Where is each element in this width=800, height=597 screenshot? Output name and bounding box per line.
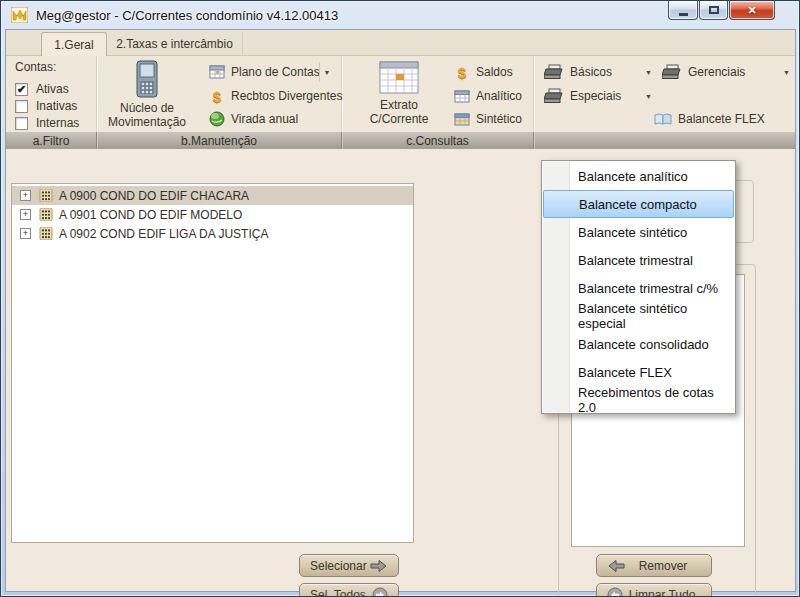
- window-controls: ✕: [667, 1, 775, 20]
- printer-icon: [544, 64, 564, 80]
- device-icon: [134, 60, 160, 98]
- expand-plus-icon[interactable]: +: [20, 190, 31, 201]
- menu-item-balancete-consolidado[interactable]: Balancete consolidado: [542, 330, 735, 358]
- saldos-label: Saldos: [476, 65, 513, 79]
- virada-anual-button[interactable]: Virada anual: [209, 109, 298, 129]
- tab-geral[interactable]: 1.Geral: [41, 32, 107, 56]
- dollar-icon: $: [454, 64, 470, 81]
- nucleo-movimentacao-button[interactable]: Núcleo de Movimentação: [105, 58, 189, 130]
- checkbox-icon[interactable]: [15, 100, 28, 113]
- chevron-down-icon: ▼: [645, 69, 652, 76]
- balancete-flex-button[interactable]: Balancete FLEX: [654, 109, 792, 129]
- tree-row[interactable]: + A 0901 COND DO EDIF MODELO: [12, 205, 413, 224]
- sel-todos-label: Sel. Todos: [310, 588, 366, 597]
- section-label-manutencao: b.Manutenção: [97, 132, 342, 149]
- chevron-down-icon: ▼: [783, 69, 790, 76]
- book-icon: [654, 112, 672, 126]
- expand-plus-icon[interactable]: +: [20, 209, 31, 220]
- plano-de-contas-dropdown-button[interactable]: ▼: [319, 62, 334, 82]
- nucleo-label-line1: Núcleo de: [108, 101, 186, 115]
- limpar-tudo-label: Limpar Tudo: [629, 588, 696, 597]
- checkbox-label: Inativas: [36, 99, 77, 113]
- tab-bar: 1.Geral 2.Taxas e intercâmbio: [6, 30, 795, 56]
- table-icon: [454, 90, 470, 103]
- tree-row[interactable]: + A 0900 COND DO EDIF CHACARA: [12, 186, 413, 205]
- nucleo-label-line2: Movimentação: [108, 115, 186, 129]
- chevron-down-icon: ▼: [324, 69, 331, 76]
- extrato-label-line1: Extrato: [370, 98, 429, 112]
- especiais-button[interactable]: Especiais ▼: [544, 86, 652, 106]
- remover-button[interactable]: Remover: [596, 554, 712, 577]
- gerenciais-button[interactable]: Gerenciais ▼: [662, 62, 790, 82]
- selecionar-label: Selecionar: [310, 559, 367, 573]
- saldos-button[interactable]: $ Saldos: [454, 62, 513, 82]
- tree-row[interactable]: + A 0902 COND EDIF LIGA DA JUSTIÇA: [12, 224, 413, 243]
- checkbox-ativas[interactable]: ✔ Ativas: [15, 81, 69, 97]
- sel-todos-button[interactable]: Sel. Todos: [299, 583, 399, 597]
- section-manutencao: Núcleo de Movimentação Plano de Contas: [97, 56, 342, 132]
- analitico-button[interactable]: Analítico: [454, 86, 522, 106]
- section-label-relatorios: [534, 132, 795, 149]
- checkbox-icon[interactable]: [15, 117, 28, 130]
- checkbox-internas[interactable]: Internas: [15, 115, 79, 131]
- section-relatorios: Básicos ▼ Gerenciais ▼: [534, 56, 797, 132]
- extrato-label-line2: C/Corrente: [370, 112, 429, 126]
- analitico-label: Analítico: [476, 89, 522, 103]
- globe-icon: [209, 111, 225, 127]
- checkbox-label: Internas: [36, 116, 79, 130]
- checkbox-inativas[interactable]: Inativas: [15, 98, 77, 114]
- expand-plus-icon[interactable]: +: [20, 228, 31, 239]
- condo-icon: [39, 227, 53, 240]
- chevron-down-icon: ▼: [645, 93, 652, 100]
- spreadsheet-icon: [379, 61, 419, 94]
- menu-item-balancete-trimestral-pct[interactable]: Balancete trimestral c/%: [542, 274, 735, 302]
- tree-item-label: A 0901 COND DO EDIF MODELO: [59, 208, 242, 222]
- menu-item-balancete-sintetico-especial[interactable]: Balancete sintético especial: [542, 302, 735, 330]
- arrow-right-icon: [370, 559, 388, 573]
- app-window: Meg@gestor - C/Correntes condomínio v4.1…: [0, 0, 800, 597]
- plano-de-contas-label: Plano de Contas: [231, 65, 320, 79]
- ribbon: Contas: ✔ Ativas Inativas Internas: [6, 56, 795, 132]
- dollar-icon: $: [209, 88, 225, 105]
- menu-item-balancete-compacto[interactable]: Balancete compacto: [543, 190, 734, 218]
- contas-label: Contas:: [15, 60, 56, 74]
- window-title: Meg@gestor - C/Correntes condomínio v4.1…: [36, 8, 338, 23]
- virada-anual-label: Virada anual: [231, 112, 298, 126]
- menu-item-recebimentos-cotas[interactable]: Recebimentos de cotas 2.0: [542, 386, 735, 414]
- condo-icon: [39, 208, 53, 221]
- arrow-left-icon: [607, 559, 625, 573]
- laser-dropdown-menu: Balancete analítico Balancete compacto B…: [541, 160, 736, 414]
- especiais-label: Especiais: [570, 89, 621, 103]
- basicos-label: Básicos: [570, 65, 612, 79]
- recbtos-divergentes-label: Recbtos Divergentes: [231, 89, 342, 103]
- basicos-button[interactable]: Básicos ▼: [544, 62, 652, 82]
- plano-de-contas-button[interactable]: Plano de Contas: [209, 62, 320, 82]
- accounts-tree[interactable]: + A 0900 COND DO EDIF CHACARA +: [11, 183, 414, 543]
- menu-item-balancete-sintetico[interactable]: Balancete sintético: [542, 218, 735, 246]
- tab-taxas-intercambio[interactable]: 2.Taxas e intercâmbio: [107, 32, 243, 56]
- condo-icon: [39, 189, 53, 202]
- extrato-ccorrente-button[interactable]: Extrato C/Corrente: [354, 58, 444, 130]
- menu-item-balancete-flex[interactable]: Balancete FLEX: [542, 358, 735, 386]
- section-filtro: Contas: ✔ Ativas Inativas Internas: [6, 56, 97, 132]
- remover-label: Remover: [639, 559, 688, 573]
- sintetico-button[interactable]: Sintético: [454, 109, 522, 129]
- limpar-tudo-button[interactable]: Limpar Tudo: [596, 583, 712, 597]
- balancete-flex-label: Balancete FLEX: [678, 112, 765, 126]
- menu-item-balancete-trimestral[interactable]: Balancete trimestral: [542, 246, 735, 274]
- maximize-button[interactable]: [699, 1, 728, 20]
- ribbon-section-strip: a.Filtro b.Manutenção c.Consultas: [6, 132, 795, 149]
- arrow-right-circle-icon: [372, 587, 388, 597]
- table-icon: [209, 65, 225, 79]
- title-bar[interactable]: Meg@gestor - C/Correntes condomínio v4.1…: [1, 1, 799, 29]
- checkbox-icon[interactable]: ✔: [15, 83, 28, 96]
- recbtos-divergentes-button[interactable]: $ Recbtos Divergentes: [209, 86, 342, 106]
- close-button[interactable]: ✕: [729, 1, 775, 20]
- menu-item-balancete-analitico[interactable]: Balancete analítico: [542, 162, 735, 190]
- close-icon: ✕: [747, 4, 756, 17]
- tree-item-label: A 0902 COND EDIF LIGA DA JUSTIÇA: [59, 227, 268, 241]
- selecionar-button[interactable]: Selecionar: [299, 554, 399, 577]
- check-mark: ✔: [17, 84, 26, 94]
- app-logo-icon: [11, 7, 28, 23]
- minimize-button[interactable]: [668, 1, 698, 20]
